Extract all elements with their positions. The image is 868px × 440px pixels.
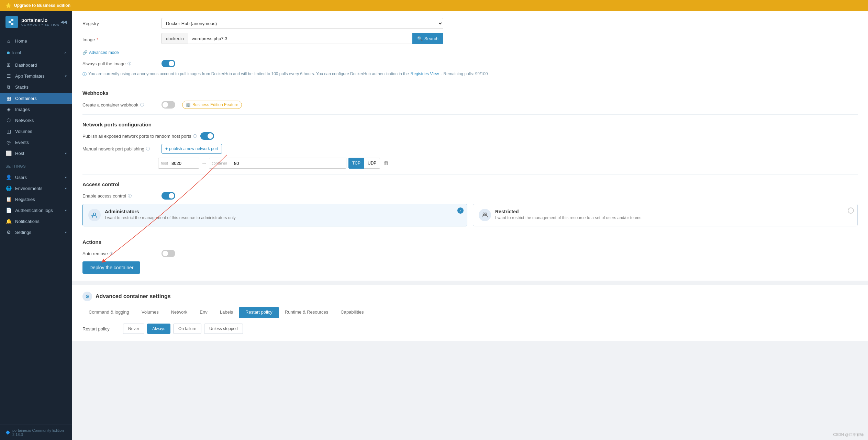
port-mapping-row: host → container TCP UDP 🗑 (158, 158, 858, 169)
image-search-button[interactable]: 🔍 Search (412, 33, 443, 44)
registries-link[interactable]: Registries View (411, 71, 439, 76)
administrators-card[interactable]: Administrators I want to restrict the ma… (82, 204, 467, 226)
sidebar-item-app-templates[interactable]: ☰ App Templates ▾ (0, 70, 72, 81)
sidebar-item-images[interactable]: ◈ Images (0, 104, 72, 115)
sidebar-item-dashboard[interactable]: ⊞ Dashboard (0, 59, 72, 70)
plus-icon: + (165, 146, 168, 151)
host-label: host (161, 161, 168, 165)
tab-labels[interactable]: Labels (214, 307, 239, 318)
sidebar-nav: ⊞ Dashboard ☰ App Templates ▾ ⧉ Stacks ▦… (0, 57, 72, 161)
tab-runtime-resources[interactable]: Runtime & Resources (279, 307, 334, 318)
dashboard-icon: ⊞ (5, 62, 12, 68)
star-icon: ⭐ (5, 3, 11, 8)
delete-port-button[interactable]: 🗑 (382, 159, 390, 168)
policy-never-button[interactable]: Never (123, 324, 144, 334)
tcp-button[interactable]: TCP (348, 158, 364, 169)
sidebar-item-networks[interactable]: ⬡ Networks (0, 115, 72, 126)
environments-chevron: ▾ (65, 187, 67, 190)
upgrade-label: Upgrade to Business Edition (14, 3, 70, 8)
svg-line-4 (11, 22, 11, 24)
webhooks-heading: Webhooks (82, 89, 858, 96)
policy-on-failure-button[interactable]: On failure (173, 324, 201, 334)
sidebar-item-volumes[interactable]: ◫ Volumes (0, 126, 72, 137)
tab-restart-policy[interactable]: Restart policy (239, 307, 279, 318)
publish-all-help-icon[interactable]: ⓘ (193, 134, 197, 139)
advanced-settings-header: ⚙ Advanced container settings (82, 292, 858, 301)
publish-new-port-button[interactable]: + publish a new network port (162, 144, 222, 154)
access-help-icon[interactable]: ⓘ (128, 193, 132, 199)
users-icon: 👤 (5, 174, 12, 180)
sidebar-item-containers[interactable]: ▦ Containers (0, 93, 72, 104)
webhook-label: Create a container webhook ⓘ (82, 102, 158, 108)
protocol-buttons: TCP UDP (348, 158, 380, 169)
logo-small-icon: 🔷 (5, 430, 10, 435)
webhook-row: Create a container webhook ⓘ 🏢 Business … (82, 101, 858, 109)
always-pull-help-icon[interactable]: ⓘ (127, 61, 131, 66)
upgrade-topbar[interactable]: ⭐ Upgrade to Business Edition (0, 0, 868, 11)
webhook-toggle[interactable] (162, 101, 175, 109)
deploy-container-button[interactable]: Deploy the container (82, 261, 140, 274)
sidebar-item-notifications[interactable]: 🔔 Notifications (0, 216, 72, 227)
restricted-card-icon (479, 209, 491, 221)
tab-env[interactable]: Env (193, 307, 213, 318)
auto-remove-help-icon[interactable]: ⓘ (110, 251, 113, 256)
sidebar-item-registries[interactable]: 📋 Registries (0, 194, 72, 205)
logo-text: portainer.io COMMUNITY EDITION (21, 18, 59, 27)
collapse-sidebar-button[interactable]: ◀◀ (60, 20, 67, 24)
networks-icon: ⬡ (5, 117, 12, 123)
sidebar-item-auth-logs[interactable]: 📄 Authentication logs ▾ (0, 205, 72, 216)
publish-all-toggle[interactable] (200, 132, 214, 140)
host-chevron: ▾ (65, 151, 67, 155)
sidebar-item-home[interactable]: ⌂ Home (0, 35, 72, 46)
advanced-mode-icon: 🔗 (82, 50, 88, 55)
sidebar-item-users[interactable]: 👤 Users ▾ (0, 172, 72, 183)
images-icon: ◈ (5, 106, 12, 112)
registry-select[interactable]: Docker Hub (anonymous) (162, 18, 443, 29)
sidebar-item-environments[interactable]: 🌐 Environments ▾ (0, 183, 72, 194)
access-control-cards: Administrators I want to restrict the ma… (82, 204, 858, 226)
info-text: ⓘ You are currently using an anonymous a… (82, 71, 858, 77)
auto-remove-toggle[interactable] (162, 250, 175, 257)
env-close-icon[interactable]: × (64, 50, 67, 55)
enable-access-toggle[interactable] (162, 192, 175, 200)
sidebar-item-events[interactable]: ◷ Events (0, 137, 72, 148)
business-edition-badge[interactable]: 🏢 Business Edition Feature (182, 101, 242, 109)
manual-port-help-icon[interactable]: ⓘ (146, 146, 150, 151)
container-label: container (212, 161, 227, 165)
svg-point-9 (485, 213, 487, 215)
svg-line-3 (11, 20, 11, 22)
events-icon: ◷ (5, 139, 12, 145)
containers-icon: ▦ (5, 95, 12, 101)
restricted-card[interactable]: Restricted I want to restrict the manage… (473, 204, 858, 226)
tab-capabilities[interactable]: Capabilities (334, 307, 370, 318)
publish-all-label: Publish all exposed network ports to ran… (82, 134, 197, 139)
sidebar-item-stacks[interactable]: ⧉ Stacks (0, 81, 72, 93)
image-input[interactable] (188, 33, 412, 44)
port-arrow-icon: → (201, 160, 207, 166)
tab-network[interactable]: Network (165, 307, 194, 318)
always-pull-toggle[interactable] (162, 60, 175, 67)
registry-row: Registry Docker Hub (anonymous) (82, 18, 858, 29)
policy-unless-stopped-button[interactable]: Unless stopped (204, 324, 243, 334)
logo-icon (5, 16, 18, 28)
policy-always-button[interactable]: Always (147, 324, 170, 334)
webhook-help-icon[interactable]: ⓘ (140, 102, 144, 108)
tab-volumes[interactable]: Volumes (135, 307, 165, 318)
sidebar-env-local[interactable]: local × (0, 48, 72, 57)
auth-logs-chevron: ▾ (65, 208, 67, 212)
container-port-input[interactable] (209, 158, 346, 169)
advanced-mode-link[interactable]: 🔗 Advanced mode (82, 50, 858, 55)
udp-button[interactable]: UDP (364, 158, 380, 169)
tab-command-logging[interactable]: Command & logging (82, 307, 135, 318)
restricted-card-content: Restricted I want to restrict the manage… (495, 209, 642, 220)
auto-remove-label: Auto remove ⓘ (82, 251, 158, 256)
admin-card-check: ✓ (457, 207, 464, 214)
sidebar-item-host[interactable]: ⬜ Host ▾ (0, 148, 72, 159)
restart-policy-section: Restart policy Never Always On failure U… (82, 324, 858, 334)
app-templates-chevron: ▾ (65, 74, 67, 78)
settings-nav: 👤 Users ▾ 🌐 Environments ▾ 📋 Registries … (0, 170, 72, 240)
auth-logs-icon: 📄 (5, 207, 12, 213)
network-ports-heading: Network ports configuration (82, 120, 858, 127)
sidebar-item-settings[interactable]: ⚙ Settings ▾ (0, 227, 72, 238)
svg-rect-0 (9, 21, 11, 23)
